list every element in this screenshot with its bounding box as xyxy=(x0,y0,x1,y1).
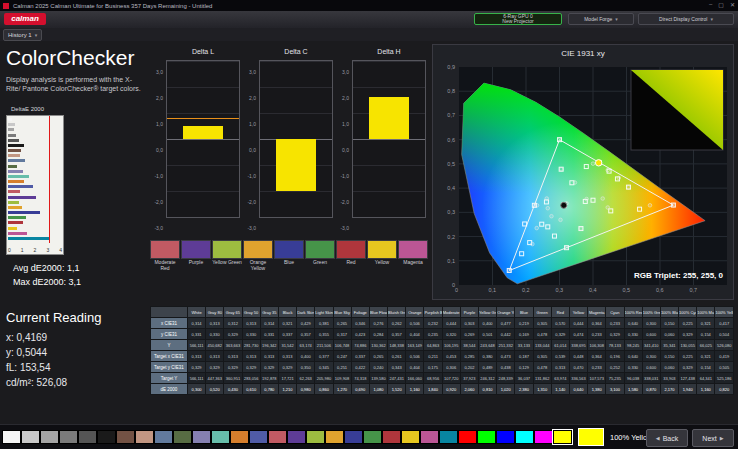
patch-strip-swatch[interactable] xyxy=(173,430,192,444)
table-cell: 0,314 xyxy=(260,318,278,329)
patch-strip-swatch[interactable] xyxy=(458,430,477,444)
patch-strip-swatch[interactable] xyxy=(116,430,135,444)
axis-tick: -2,0 xyxy=(154,199,163,205)
table-cell: 0,060 xyxy=(660,362,678,373)
table-cell: 0,381 xyxy=(315,318,333,329)
patch-item: Magenta xyxy=(398,240,428,271)
source-connection-button[interactable]: 6-Ray GPU 0 New Projector xyxy=(474,13,562,25)
delta-h-axis: 3,02,01,00,0-1,0-2,0-3,0 xyxy=(336,60,350,218)
patch-strip-swatch[interactable] xyxy=(496,430,515,444)
patch-strip-swatch[interactable] xyxy=(249,430,268,444)
patch-strip-swatch[interactable] xyxy=(382,430,401,444)
patch-strip-swatch[interactable] xyxy=(78,430,97,444)
patch-strip-swatch[interactable] xyxy=(154,430,173,444)
table-cell: 0,343 xyxy=(388,362,406,373)
patch-strip-swatch[interactable] xyxy=(211,430,230,444)
table-cell: 0,265 xyxy=(333,318,351,329)
table-header-cell: 100% Magenta xyxy=(697,307,715,318)
measured-point xyxy=(601,197,605,201)
patch-strip-swatch[interactable] xyxy=(287,430,306,444)
table-cell: 281,730 xyxy=(242,340,260,351)
patch-strip-swatch[interactable] xyxy=(97,430,116,444)
table-cell: 0,438 xyxy=(497,362,515,373)
patch-strip-swatch[interactable] xyxy=(325,430,344,444)
table-cell: 0,423 xyxy=(351,329,369,340)
de-bar xyxy=(8,190,20,193)
patch-item: Green xyxy=(305,240,335,271)
patch-strip-swatch[interactable] xyxy=(268,430,287,444)
table-cell: 0,313 xyxy=(278,351,296,362)
axis-tick: 1,0 xyxy=(249,121,256,127)
table-cell: 0,313 xyxy=(242,351,260,362)
table-row-label: dE 2000 xyxy=(151,384,188,395)
patch-strip-swatch[interactable] xyxy=(40,430,59,444)
color-swatch xyxy=(150,240,180,259)
patch-item: Red xyxy=(336,240,366,271)
meter-dropdown[interactable]: Model Forge ▾ xyxy=(568,13,634,25)
table-cell: 0,330 xyxy=(206,329,224,340)
table-cell: 0,504 xyxy=(715,329,734,340)
table-cell: 0,303 xyxy=(460,318,478,329)
table-cell: 109,908 xyxy=(333,373,351,384)
patch-strip-swatch[interactable] xyxy=(401,430,420,444)
patch-strip-swatch[interactable] xyxy=(477,430,496,444)
table-cell: 0,300 xyxy=(642,318,660,329)
back-button[interactable]: ◀ Back xyxy=(646,429,688,447)
display-control-dropdown[interactable]: Direct Display Control ▾ xyxy=(638,13,734,25)
table-cell: 0,364 xyxy=(588,318,606,329)
history-tab[interactable]: History 1 ▾ xyxy=(3,29,42,41)
axis-tick: 0,0 xyxy=(156,147,163,153)
patch-label: Moderate Red xyxy=(150,260,180,271)
axis-tick: 1 xyxy=(21,247,24,253)
table-header-cell: Blue xyxy=(515,307,533,318)
next-button[interactable]: Next ▶ xyxy=(692,429,734,447)
gridline xyxy=(353,165,425,166)
measured-point xyxy=(579,227,583,231)
axis-tick: 1,0 xyxy=(156,121,163,127)
axis-tick: 0,5 xyxy=(623,287,631,293)
patch-strip-swatch[interactable] xyxy=(363,430,382,444)
maximize-icon[interactable]: ▢ xyxy=(718,1,724,8)
table-cell: 0,477 xyxy=(497,318,515,329)
patch-strip-swatch[interactable] xyxy=(439,430,458,444)
table-cell: 0,345 xyxy=(315,362,333,373)
patch-strip-swatch[interactable] xyxy=(230,430,249,444)
measured-point xyxy=(606,168,610,172)
close-icon[interactable]: ✕ xyxy=(730,1,735,8)
patch-strip-swatch[interactable] xyxy=(192,430,211,444)
axis-tick: 0,1 xyxy=(437,258,455,264)
patch-strip-swatch[interactable] xyxy=(534,430,553,444)
delta-c-title: Delta C xyxy=(259,48,333,55)
table-cell: 0,380 xyxy=(479,351,497,362)
patch-strip-swatch[interactable] xyxy=(420,430,439,444)
axis-tick: -3,0 xyxy=(154,225,163,231)
patch-strip-swatch[interactable] xyxy=(553,430,572,444)
table-header-cell: Gray 35 xyxy=(260,307,278,318)
patch-strip-swatch[interactable] xyxy=(306,430,325,444)
minimize-icon[interactable]: – xyxy=(709,1,712,8)
reading-fl: fL: 153,54 xyxy=(6,362,50,373)
zero-line xyxy=(353,139,425,140)
patch-strip-swatch[interactable] xyxy=(344,430,363,444)
page-description: Display analysis is performed with the X… xyxy=(6,76,144,93)
table-header-cell: Light Skin xyxy=(315,307,333,318)
patch-label: Green xyxy=(305,260,335,266)
table-cell: 0,232 xyxy=(424,318,442,329)
axis-tick: 0,3 xyxy=(556,287,564,293)
table-cell: 205,980 xyxy=(315,373,333,384)
de-bar xyxy=(8,134,16,137)
table-cell: 0,329 xyxy=(551,329,569,340)
table-cell: 0,442 xyxy=(497,329,515,340)
table-header-cell: Magenta xyxy=(588,307,606,318)
table-cell: 0,780 xyxy=(260,384,278,395)
patch-strip-swatch[interactable] xyxy=(21,430,40,444)
patch-strip-swatch[interactable] xyxy=(59,430,78,444)
patch-strip-swatch[interactable] xyxy=(2,430,21,444)
table-cell: 0,501 xyxy=(479,329,497,340)
table-cell: 341,410 xyxy=(642,340,660,351)
patch-strip-swatch[interactable] xyxy=(515,430,534,444)
table-corner xyxy=(151,307,188,318)
patch-strip-swatch[interactable] xyxy=(135,430,154,444)
de2000-bar-chart: 01234 xyxy=(6,115,64,255)
color-swatch xyxy=(243,240,273,259)
